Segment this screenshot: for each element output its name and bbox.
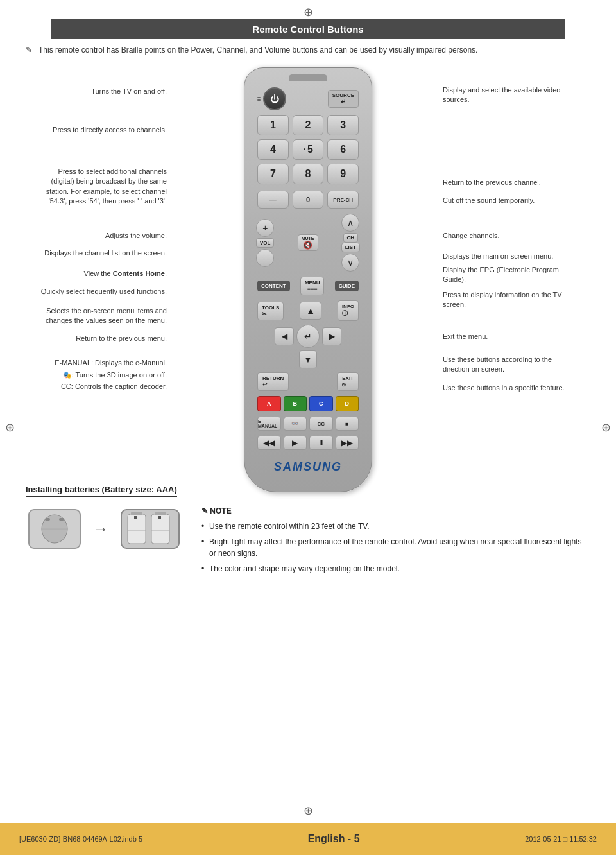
ch-down-button[interactable]: ∨ <box>341 254 359 272</box>
note-item-1: Bright light may affect the performance … <box>201 536 590 559</box>
footer-right: 2012-05-21 □ 11:52:32 <box>525 835 597 843</box>
right-crosshair-icon: ⊕ <box>601 420 611 435</box>
btn-prech[interactable]: PRE-CH <box>327 191 359 209</box>
source-button[interactable]: SOURCE ↵ <box>328 90 359 108</box>
threed-button[interactable]: 👓 <box>284 417 307 431</box>
btn-5[interactable]: 5 <box>293 139 324 160</box>
annotation-info: Press to display information on the TV s… <box>443 290 578 310</box>
batteries-section: Installing batteries (Battery size: AAA)… <box>0 485 616 578</box>
annotation-press-channels: Press to directly access to channels. <box>53 125 167 135</box>
ff-button[interactable]: ▶▶ <box>336 436 359 450</box>
power-button[interactable]: ⏻ <box>263 87 286 110</box>
remote-control: ⏻ SOURCE ↵ 1 2 3 4 5 6 7 8 <box>244 67 372 492</box>
annotation-display-sources: Display and select the available video s… <box>443 85 578 105</box>
btn-1[interactable]: 1 <box>257 115 289 135</box>
menu-button[interactable]: MENU ≡≡≡ <box>300 277 325 295</box>
annotation-exit-menu: Exit the menu. <box>443 332 488 341</box>
info-button[interactable]: INFO ⓘ <box>338 300 359 321</box>
svg-rect-12 <box>158 516 161 519</box>
note-list: Use the remote control within 23 feet of… <box>201 521 590 574</box>
note-item-0: Use the remote control within 23 feet of… <box>201 521 590 532</box>
pause-button[interactable]: ⏸ <box>309 436 333 450</box>
btn-color-a[interactable]: A <box>257 396 281 411</box>
btn-3[interactable]: 3 <box>327 115 359 135</box>
svg-rect-8 <box>134 516 137 519</box>
annotation-return-prev: Return to the previous menu. <box>76 334 167 343</box>
btn-0[interactable]: 0 <box>293 191 324 209</box>
svg-rect-11 <box>155 512 166 515</box>
page-footer: [UE6030-ZD]-BN68-04469A-L02.indb 5 ⊕ Eng… <box>0 823 616 855</box>
annotation-emanual: E-MANUAL: Displays the e-Manual. <box>55 358 167 368</box>
arrow-up-button[interactable]: ▲ <box>300 302 321 320</box>
annotation-channel-list: Displays the channel list on the screen. <box>44 248 167 258</box>
ch-label: CH <box>343 233 359 243</box>
btn-color-b[interactable]: B <box>284 396 307 411</box>
footer-left: [UE6030-ZD]-BN68-04469A-L02.indb 5 <box>19 835 142 843</box>
note-title: NOTE <box>201 506 590 515</box>
annotation-selects-menu: Selects the on-screen menu items and cha… <box>45 306 167 326</box>
svg-rect-2 <box>45 518 50 521</box>
vol-down-button[interactable]: — <box>256 249 274 267</box>
svg-rect-3 <box>59 518 64 521</box>
btn-color-c[interactable]: C <box>309 396 333 411</box>
arrow-right-button[interactable]: ▶ <box>322 327 341 345</box>
tools-button[interactable]: TOOLS ✂ <box>257 302 284 320</box>
note-item-2: The color and shape may vary depending o… <box>201 563 590 574</box>
stop-button[interactable]: ■ <box>336 417 359 431</box>
page-title: Remote Control Buttons <box>252 24 363 35</box>
left-crosshair-icon: ⊕ <box>5 420 15 435</box>
annotation-epg: Display the EPG (Electronic Program Guid… <box>443 265 578 285</box>
arrow-right-icon: → <box>93 520 108 538</box>
annotation-main-menu: Displays the main on-screen menu. <box>443 252 553 261</box>
btn-2[interactable]: 2 <box>293 115 324 135</box>
mute-button[interactable]: MUTE 🔇 <box>298 234 318 251</box>
samsung-logo: SAMSUNG <box>244 453 372 479</box>
rewind-button[interactable]: ◀◀ <box>257 436 281 450</box>
ch-list-label: LIST <box>341 243 360 252</box>
btn-minus[interactable]: — <box>257 191 289 209</box>
battery-open-svg <box>118 506 182 551</box>
enter-button[interactable]: ↵ <box>296 325 320 348</box>
vol-label: VOL <box>256 238 274 248</box>
ch-up-button[interactable]: ∧ <box>341 214 359 232</box>
annotation-change-channels: Change channels. <box>443 231 500 241</box>
btn-color-d[interactable]: D <box>336 396 359 411</box>
arrow-down-button[interactable]: ▼ <box>299 350 317 368</box>
annotation-turns-tv: Turns the TV on and off. <box>91 87 167 96</box>
annotation-additional-channels: Press to select additional channels (dig… <box>45 167 167 207</box>
page-header: Remote Control Buttons <box>51 19 565 39</box>
emanual-button[interactable]: E-MANUAL <box>257 417 281 431</box>
btn-6[interactable]: 6 <box>327 139 359 160</box>
btn-7[interactable]: 7 <box>257 164 289 184</box>
annotation-use-buttons-feat: Use these buttons in a specific feature. <box>443 383 565 393</box>
battery-closed-svg <box>26 506 83 551</box>
annotation-cut-sound: Cut off the sound temporarily. <box>443 196 535 205</box>
btn-4[interactable]: 4 <box>257 139 289 160</box>
top-crosshair-icon: ⊕ <box>304 5 313 19</box>
annotation-adjust-volume: Adjusts the volume. <box>105 231 167 241</box>
arrow-left-button[interactable]: ◀ <box>275 327 294 345</box>
braille-note-text: This remote control has Braille points o… <box>26 46 590 55</box>
return-button[interactable]: RETURN ↩ <box>257 372 289 391</box>
play-button[interactable]: ▶ <box>284 436 307 450</box>
content-button[interactable]: CONTENT <box>257 281 290 291</box>
annotation-use-buttons-dir: Use these buttons according to the direc… <box>443 355 571 375</box>
vol-up-button[interactable]: + <box>256 219 274 237</box>
remote-notch <box>289 74 327 81</box>
battery-images: → <box>26 506 182 551</box>
exit-button[interactable]: EXIT ⎋ <box>337 372 359 391</box>
guide-button[interactable]: GUIDE <box>335 281 359 291</box>
btn-9[interactable]: 9 <box>327 164 359 184</box>
annotation-quickly-select: Quickly select frequently used functions… <box>41 287 167 297</box>
batteries-title: Installing batteries (Battery size: AAA) <box>26 485 177 497</box>
cc-button[interactable]: CC <box>309 417 333 431</box>
bottom-crosshair-icon: ⊕ <box>304 804 313 818</box>
annotation-contents-home: View the Contents Home. <box>84 269 167 279</box>
annotation-cc: CC: Controls the caption decoder. <box>61 382 167 392</box>
note-section: NOTE Use the remote control within 23 fe… <box>201 506 590 578</box>
annotation-return-ch: Return to the previous channel. <box>443 178 541 187</box>
annotation-3d: 🎭: Turns the 3D image on or off. <box>63 370 167 380</box>
footer-center: English - 5 <box>308 833 360 845</box>
btn-8[interactable]: 8 <box>293 164 324 184</box>
svg-rect-7 <box>131 512 142 515</box>
